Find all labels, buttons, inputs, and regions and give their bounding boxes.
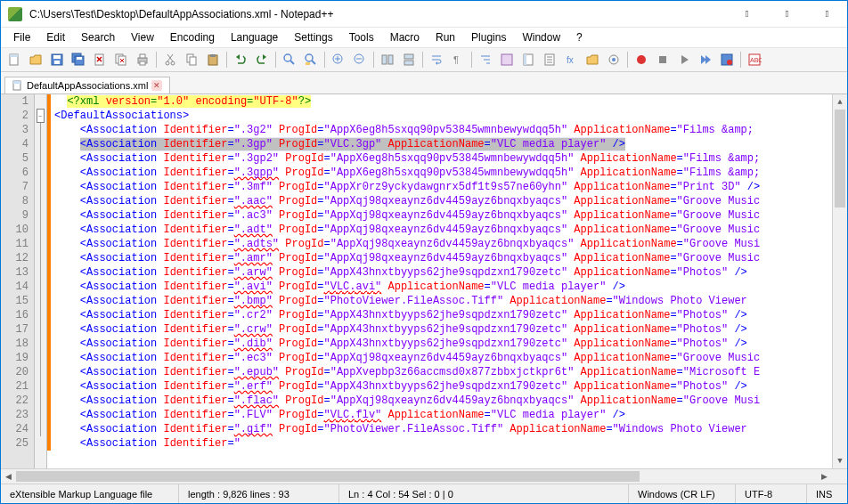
svg-point-53 [612,58,616,61]
close-all-button[interactable] [111,50,131,69]
menu-macro[interactable]: Macro [383,29,427,45]
record-macro-button[interactable] [632,50,651,69]
minimize-button[interactable]:  [727,1,767,28]
menubar: FileEditSearchViewEncodingLanguageSettin… [1,28,847,47]
svg-line-29 [312,61,315,64]
svg-rect-4 [54,61,60,64]
scroll-down-icon[interactable]: ▼ [833,453,847,468]
close-file-button[interactable] [90,50,110,69]
code-editor[interactable]: 1234567891011121314151617181920212223242… [1,94,847,468]
svg-point-54 [637,55,646,64]
menu-tools[interactable]: Tools [342,29,381,45]
scroll-right-icon[interactable]: ▶ [817,469,832,484]
find-button[interactable] [280,50,299,69]
play-multi-button[interactable] [696,50,715,69]
udl-button[interactable] [497,50,517,69]
menu-help[interactable]: ? [569,29,590,45]
status-encoding[interactable]: UTF-8 [736,484,807,503]
status-insert-mode[interactable]: INS [807,484,847,503]
paste-button[interactable] [203,50,223,69]
svg-rect-3 [53,55,61,59]
editor-area: 1234567891011121314151617181920212223242… [1,93,847,484]
save-all-button[interactable] [69,50,88,69]
scroll-thumb-v[interactable] [835,110,845,207]
menu-window[interactable]: Window [515,29,567,45]
horizontal-scrollbar[interactable]: ◀ ▶ [1,468,847,484]
zoom-in-button[interactable] [329,50,348,69]
svg-text:fx: fx [567,55,574,65]
menu-settings[interactable]: Settings [287,29,339,45]
window-title: C:\Users\Test\Desktop\DefaultAppAssociat… [29,8,727,20]
menu-language[interactable]: Language [224,29,285,45]
svg-text:ABC: ABC [750,57,762,63]
status-position: Ln : 4 Col : 54 Sel : 0 | 0 [339,484,629,503]
monitoring-button[interactable] [604,50,624,69]
svg-rect-61 [13,81,20,84]
titlebar: C:\Users\Test\Desktop\DefaultAppAssociat… [1,1,847,28]
svg-rect-17 [140,61,145,65]
copy-button[interactable] [182,50,201,69]
code-content[interactable]: <?xml version="1.0" encoding="UTF-8"?><D… [51,94,832,468]
doc-list-button[interactable] [540,50,559,69]
fold-column[interactable]: − [35,94,47,468]
redo-button[interactable] [252,50,272,69]
menu-file[interactable]: File [6,29,37,45]
svg-rect-25 [210,54,216,57]
menu-edit[interactable]: Edit [39,29,72,45]
menu-view[interactable]: View [124,29,161,45]
status-eol[interactable]: Windows (CR LF) [629,484,736,503]
show-all-chars-button[interactable]: ¶ [448,50,468,69]
replace-button[interactable] [301,50,321,69]
scroll-left-icon[interactable]: ◀ [1,469,16,484]
menu-plugins[interactable]: Plugins [464,29,513,45]
file-icon [12,80,23,91]
status-filetype: eXtensible Markup Language file [1,484,179,503]
zoom-out-button[interactable] [350,50,370,69]
print-button[interactable] [133,50,152,69]
undo-button[interactable] [231,50,250,69]
new-file-button[interactable] [4,50,24,69]
svg-rect-37 [388,55,393,64]
indent-guide-button[interactable] [476,50,495,69]
close-button[interactable]:  [807,1,847,28]
menu-encoding[interactable]: Encoding [163,29,222,45]
folder-workspace-button[interactable] [583,50,602,69]
func-list-button[interactable]: fx [561,50,581,69]
svg-point-28 [306,54,313,61]
sync-h-button[interactable] [399,50,419,69]
svg-rect-1 [10,54,18,57]
spellcheck-button[interactable]: ABC [745,50,764,69]
svg-rect-36 [382,55,387,64]
save-macro-button[interactable] [717,50,737,69]
svg-rect-38 [404,54,413,59]
tabbar: DefaultAppAssociations.xml ✕ [1,72,847,93]
cut-button[interactable] [160,50,180,69]
save-button[interactable] [47,50,67,69]
svg-rect-30 [306,62,310,65]
wordwrap-button[interactable] [427,50,446,69]
menu-run[interactable]: Run [428,29,462,45]
doc-map-button[interactable] [518,50,538,69]
play-macro-button[interactable] [674,50,694,69]
toolbar: ¶ fx ABC [1,47,847,72]
tab-close-icon[interactable]: ✕ [151,80,162,91]
vertical-scrollbar[interactable]: ▲ ▼ [832,94,847,468]
stop-macro-button[interactable] [653,50,673,69]
svg-point-57 [727,60,732,65]
svg-point-26 [284,54,291,61]
open-file-button[interactable] [26,50,45,69]
menu-search[interactable]: Search [74,29,122,45]
statusbar: eXtensible Markup Language file length :… [1,484,847,503]
svg-rect-7 [77,57,82,60]
svg-rect-39 [404,61,413,65]
svg-rect-46 [524,54,526,65]
scroll-thumb-h[interactable] [16,471,640,482]
tab-label: DefaultAppAssociations.xml [27,80,148,91]
svg-rect-23 [190,57,196,65]
svg-text:¶: ¶ [453,54,459,65]
app-icon [8,7,22,21]
scroll-up-icon[interactable]: ▲ [833,94,847,110]
sync-v-button[interactable] [378,50,397,69]
file-tab[interactable]: DefaultAppAssociations.xml ✕ [4,77,170,93]
maximize-button[interactable]:  [767,1,807,28]
